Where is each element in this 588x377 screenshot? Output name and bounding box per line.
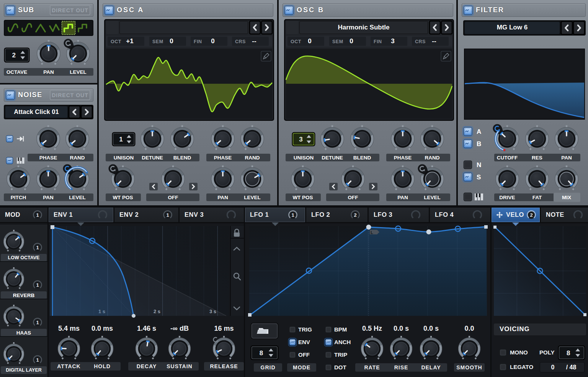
svg-text:1: 1 — [291, 212, 294, 218]
svg-text:1: 1 — [119, 136, 122, 143]
svg-text:2: 2 — [354, 212, 356, 218]
svg-text:A: A — [477, 128, 481, 135]
svg-text:1: 1 — [36, 282, 39, 288]
svg-text:1: 1 — [166, 212, 169, 218]
svg-text:1: 1 — [36, 357, 39, 363]
svg-text:N: N — [477, 161, 481, 169]
svg-text:3: 3 — [299, 136, 302, 143]
svg-text:1: 1 — [36, 320, 39, 325]
svg-text:B: B — [477, 140, 481, 148]
svg-text:8: 8 — [260, 349, 263, 357]
svg-text:1: 1 — [36, 245, 39, 250]
svg-text:1: 1 — [36, 212, 39, 218]
svg-text:2: 2 — [12, 52, 16, 59]
svg-text:S: S — [477, 174, 481, 181]
svg-text:2: 2 — [530, 212, 532, 218]
svg-text:8: 8 — [567, 349, 570, 357]
svg-text:L: L — [371, 230, 373, 235]
